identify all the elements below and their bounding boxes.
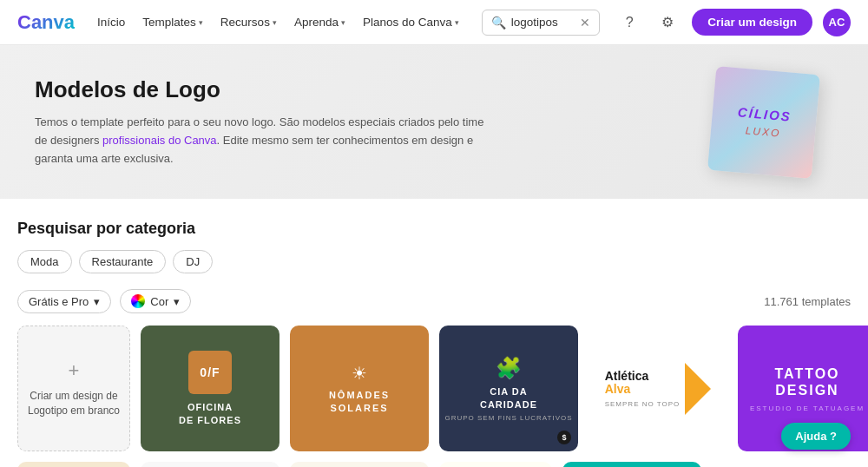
oficina-badge: 0/F <box>188 351 232 394</box>
chevron-down-icon: ▾ <box>199 18 203 27</box>
template-card-bottom-2[interactable]: 🌿 <box>141 462 279 467</box>
search-input[interactable] <box>511 16 580 29</box>
category-section: Pesquisar por categoria Moda Restaurante… <box>17 220 851 273</box>
oficina-name: OFICINA DE FLORES <box>179 401 241 428</box>
tag-restaurante[interactable]: Restaurante <box>79 250 167 273</box>
template-card-oficina[interactable]: 0/F OFICINA DE FLORES <box>141 326 279 451</box>
templates-grid: + Criar um design de Logotipo em branco … <box>17 326 851 451</box>
color-circle-icon <box>131 294 145 308</box>
plan-filter[interactable]: Grátis e Pro ▾ <box>17 290 111 313</box>
color-filter[interactable]: Cor ▾ <box>120 289 191 313</box>
nav-menu: Início Templates ▾ Recursos ▾ Aprenda ▾ … <box>90 10 466 34</box>
section-title: Pesquisar por categoria <box>17 220 851 238</box>
hero-card-title-line2: LUXO <box>736 123 791 140</box>
atletica-sub: SEMPRE NO TOPO <box>605 400 681 408</box>
canva-logo[interactable]: Canva <box>17 11 75 34</box>
tattoo-title: TATTOO DESIGN <box>774 365 839 398</box>
nav-templates[interactable]: Templates ▾ <box>135 10 210 34</box>
navbar-actions: ? ⚙ Criar um design AC <box>615 9 851 36</box>
nomades-name: NÔMADES SOLARES <box>329 389 390 416</box>
clear-search-icon[interactable]: ✕ <box>580 16 590 30</box>
nav-recursos[interactable]: Recursos ▾ <box>214 10 284 34</box>
search-icon: 🔍 <box>491 16 506 30</box>
arrow-icon <box>685 363 711 415</box>
plus-icon: + <box>69 359 80 382</box>
help-button[interactable]: Ajuda ? <box>781 423 851 450</box>
hero-banner: Modelos de Logo Temos o template perfeit… <box>0 45 868 199</box>
hero-text-content: Modelos de Logo Temos o template perfeit… <box>35 76 486 168</box>
atletica-name: Atlética Alva <box>605 370 681 397</box>
templates-grid-row2: ✨ 🌿 <box>17 462 851 467</box>
tag-moda[interactable]: Moda <box>17 250 72 273</box>
puzzle-icon: 🧩 <box>444 356 572 380</box>
hero-card: CÍLIOS LUXO <box>707 66 820 179</box>
hero-image: CÍLIOS LUXO <box>712 70 816 174</box>
logo-text: Canva <box>17 11 75 34</box>
help-button-label: Ajuda ? <box>795 430 837 443</box>
tattoo-sub: ESTUDIO DE TATUAGEM <box>750 405 865 412</box>
plan-filter-label: Grátis e Pro <box>29 295 89 308</box>
search-input-wrap: 🔍 ✕ <box>482 10 600 36</box>
templates-count: 11.761 templates <box>764 295 851 308</box>
template-card-bottom-3[interactable] <box>290 462 429 467</box>
chevron-down-icon: ▾ <box>273 18 277 27</box>
settings-icon[interactable]: ⚙ <box>654 9 681 36</box>
chevron-down-icon: ▾ <box>341 18 345 27</box>
main-content: Pesquisar por categoria Moda Restaurante… <box>0 199 868 467</box>
hero-title: Modelos de Logo <box>35 76 486 103</box>
tag-dj[interactable]: DJ <box>173 250 213 273</box>
nav-planos[interactable]: Planos do Canva ▾ <box>356 10 466 34</box>
hero-description: Temos o template perfeito para o seu nov… <box>35 114 486 168</box>
filters-row: Grátis e Pro ▾ Cor ▾ 11.761 templates <box>17 289 851 313</box>
chevron-down-icon: ▾ <box>455 18 459 27</box>
template-card-bottom-teal[interactable] <box>562 462 701 467</box>
category-tags: Moda Restaurante DJ <box>17 250 851 273</box>
search-bar: 🔍 ✕ <box>482 10 600 36</box>
avatar[interactable]: AC <box>823 9 851 36</box>
sun-icon: ☀ <box>329 363 390 384</box>
cia-sub: GRUPO SEM FINS LUCRATIVOS <box>444 414 572 422</box>
create-blank-card[interactable]: + Criar um design de Logotipo em branco <box>17 326 130 451</box>
chevron-down-icon: ▾ <box>94 295 100 308</box>
template-card-cia[interactable]: 🧩 CIA DA CARIDADE GRUPO SEM FINS LUCRATI… <box>439 326 578 451</box>
help-icon[interactable]: ? <box>615 9 643 36</box>
color-filter-label: Cor <box>150 295 168 308</box>
nav-aprenda[interactable]: Aprenda ▾ <box>287 10 352 34</box>
cia-name: CIA DA CARIDADE <box>444 385 572 412</box>
pro-badge: $ <box>557 431 571 444</box>
hero-link[interactable]: profissionais do Canva <box>102 134 217 147</box>
template-card-nomades[interactable]: ☀ NÔMADES SOLARES <box>290 326 429 451</box>
template-card-bottom-1[interactable]: ✨ <box>17 462 130 467</box>
chevron-down-icon: ▾ <box>174 295 180 308</box>
navbar: Canva Início Templates ▾ Recursos ▾ Apre… <box>0 0 868 45</box>
nav-inicio[interactable]: Início <box>90 10 132 34</box>
template-card-bottom-4[interactable] <box>439 462 552 467</box>
hero-card-title-line1: CÍLIOS <box>737 104 792 124</box>
create-design-button[interactable]: Criar um design <box>692 9 812 36</box>
template-card-atletica[interactable]: Atlética Alva SEMPRE NO TOPO <box>589 326 727 451</box>
create-card-label: Criar um design de Logotipo em branco <box>18 389 129 418</box>
